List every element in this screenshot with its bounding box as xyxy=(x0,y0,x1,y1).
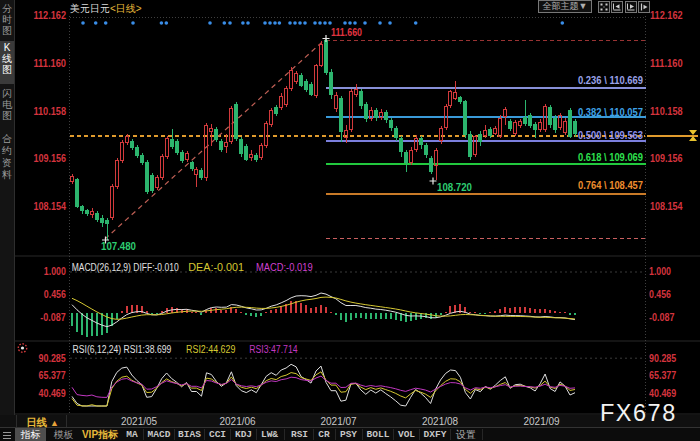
svg-text:90.285: 90.285 xyxy=(649,352,676,364)
svg-text:108.154: 108.154 xyxy=(33,200,66,212)
svg-text:110.158: 110.158 xyxy=(33,105,66,117)
svg-text:1.000: 1.000 xyxy=(44,265,66,277)
svg-text:40.469: 40.469 xyxy=(39,387,66,399)
svg-text:RSI3:47.714: RSI3:47.714 xyxy=(249,344,298,355)
svg-text:-0.087: -0.087 xyxy=(649,311,675,323)
svg-text:40.469: 40.469 xyxy=(649,387,676,399)
svg-text:108.154: 108.154 xyxy=(650,200,683,212)
svg-text:MACD(26,12,9) DIFF:-0.010: MACD(26,12,9) DIFF:-0.010 xyxy=(72,262,179,273)
svg-text:109.156: 109.156 xyxy=(33,152,66,164)
svg-text:MACD:-0.019: MACD:-0.019 xyxy=(256,262,313,273)
svg-text:110.158: 110.158 xyxy=(650,105,683,117)
svg-text:0.456: 0.456 xyxy=(649,288,671,300)
svg-text:RSI2:44.629: RSI2:44.629 xyxy=(186,344,236,355)
svg-text:65.377: 65.377 xyxy=(649,369,676,381)
svg-text:0.456: 0.456 xyxy=(44,288,66,300)
svg-text:1.000: 1.000 xyxy=(649,265,671,277)
svg-text:111.160: 111.160 xyxy=(650,57,683,69)
svg-text:65.377: 65.377 xyxy=(39,369,66,381)
svg-text:111.160: 111.160 xyxy=(33,57,66,69)
svg-text:90.285: 90.285 xyxy=(39,352,66,364)
svg-text:RSI(6,12,24) RSI1:38.699: RSI(6,12,24) RSI1:38.699 xyxy=(73,344,172,355)
svg-text:112.162: 112.162 xyxy=(650,9,683,21)
svg-text:112.162: 112.162 xyxy=(33,9,66,21)
svg-text:109.156: 109.156 xyxy=(650,152,683,164)
svg-text:DEA:-0.001: DEA:-0.001 xyxy=(188,262,244,273)
svg-text:-0.087: -0.087 xyxy=(40,311,66,323)
